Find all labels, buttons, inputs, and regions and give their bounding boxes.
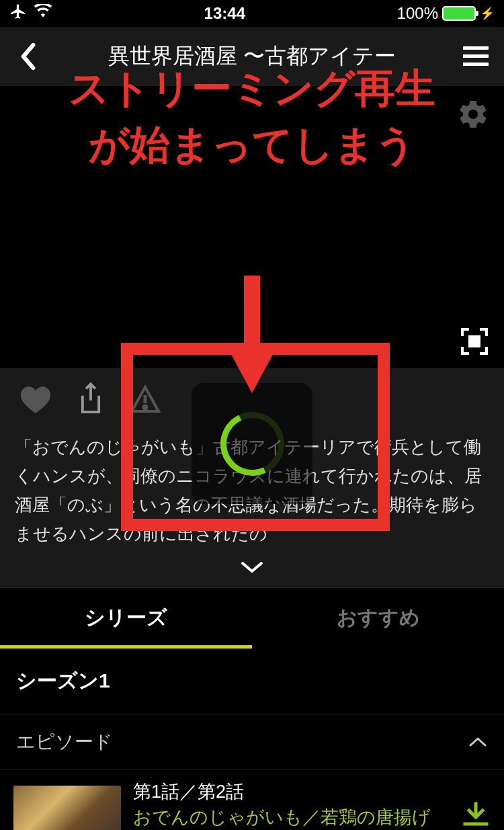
episode-thumbnail [13,786,121,830]
episodes-label: エピソード [16,729,113,755]
episode-subtitle: おでんのじゃがいも／若鶏の唐揚げ [133,805,449,829]
expand-description-button[interactable] [0,556,504,587]
svg-rect-0 [463,46,489,50]
wifi-icon [34,4,52,23]
status-bar: 13:44 100% ⚡ [0,0,504,27]
annotation-text: ストリーミング再生 が始まってしまう [0,60,504,173]
episode-title: 第1話／第2話 [133,780,449,804]
svg-rect-6 [244,276,260,356]
episode-row[interactable]: 第1話／第2話 おでんのじゃがいも／若鶏の唐揚げ 27分 [0,770,504,830]
episodes-toggle[interactable]: エピソード [0,714,504,770]
tab-recommend[interactable]: おすすめ [252,588,504,649]
chevron-up-icon [468,731,488,753]
episode-info: 第1話／第2話 おでんのじゃがいも／若鶏の唐揚げ 27分 [133,780,449,830]
download-button[interactable] [461,801,491,830]
charging-icon: ⚡ [480,6,495,21]
svg-rect-3 [470,337,479,346]
annotation-arrow-icon [225,276,279,399]
favorite-button[interactable] [19,384,52,415]
airplane-icon [9,3,27,24]
tab-series[interactable]: シリーズ [0,588,252,649]
battery-percent: 100% [397,4,438,23]
battery-icon [442,6,476,21]
warning-icon[interactable] [129,384,161,414]
status-time: 13:44 [204,4,245,23]
loading-spinner [192,383,312,504]
svg-rect-1 [463,54,489,58]
season-label: シーズン1 [0,649,504,714]
share-button[interactable] [77,382,105,417]
svg-point-5 [143,405,146,409]
tabs: シリーズ おすすめ [0,587,504,649]
fullscreen-button[interactable] [460,327,489,356]
